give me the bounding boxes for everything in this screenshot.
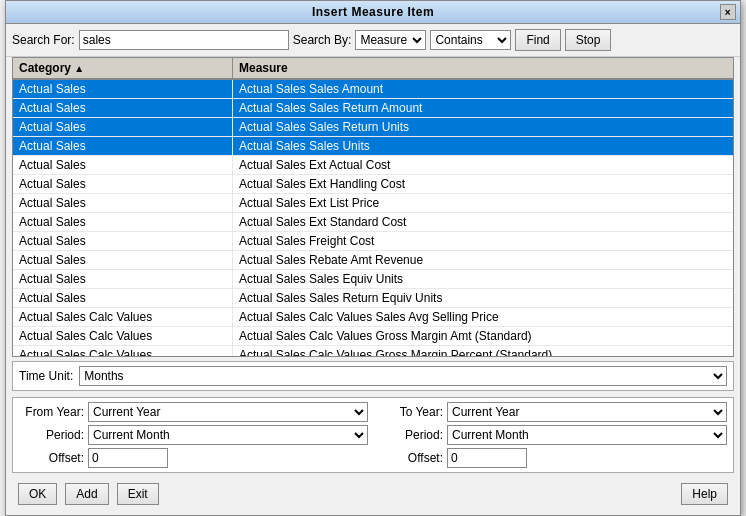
help-button[interactable]: Help: [681, 483, 728, 505]
measure-cell: Actual Sales Sales Return Units: [233, 118, 733, 136]
title-bar: Insert Measure Item ×: [6, 1, 740, 24]
search-by-select[interactable]: Measure Category: [355, 30, 426, 50]
to-offset-row: Offset:: [378, 448, 727, 468]
search-by-label: Search By:: [293, 33, 352, 47]
from-period-select[interactable]: Current Month: [88, 425, 368, 445]
category-cell: Actual Sales Calc Values: [13, 346, 233, 357]
measure-cell: Actual Sales Calc Values Gross Margin Am…: [233, 327, 733, 345]
close-button[interactable]: ×: [720, 4, 736, 20]
category-cell: Actual Sales: [13, 118, 233, 136]
to-year-label: To Year:: [378, 405, 443, 419]
measure-cell: Actual Sales Ext Standard Cost: [233, 213, 733, 231]
from-offset-label: Offset:: [19, 451, 84, 465]
measure-cell: Actual Sales Sales Equiv Units: [233, 270, 733, 288]
category-cell: Actual Sales Calc Values: [13, 308, 233, 326]
to-period-row: Period: Current Month: [378, 425, 727, 445]
measure-cell: Actual Sales Freight Cost: [233, 232, 733, 250]
search-for-label: Search For:: [12, 33, 75, 47]
category-cell: Actual Sales: [13, 270, 233, 288]
category-cell: Actual Sales: [13, 289, 233, 307]
category-cell: Actual Sales: [13, 213, 233, 231]
table-row[interactable]: Actual Sales Calc Values Actual Sales Ca…: [13, 327, 733, 346]
footer-buttons: OK Add Exit Help: [12, 479, 734, 511]
from-year-label: From Year:: [19, 405, 84, 419]
table-row[interactable]: Actual Sales Actual Sales Sales Return U…: [13, 118, 733, 137]
search-bar: Search For: Search By: Measure Category …: [6, 24, 740, 57]
table-row[interactable]: Actual Sales Actual Sales Freight Cost: [13, 232, 733, 251]
dialog-title: Insert Measure Item: [312, 5, 434, 19]
category-cell: Actual Sales: [13, 80, 233, 98]
bottom-area: Time Unit: Months Weeks Days Years From …: [6, 357, 740, 515]
table-row[interactable]: Actual Sales Actual Sales Ext List Price: [13, 194, 733, 213]
time-unit-select[interactable]: Months Weeks Days Years: [79, 366, 727, 386]
time-unit-row: Time Unit: Months Weeks Days Years: [12, 361, 734, 391]
to-column: To Year: Current Year Period: Current Mo…: [378, 402, 727, 468]
time-unit-label: Time Unit:: [19, 369, 73, 383]
measure-cell: Actual Sales Calc Values Sales Avg Selli…: [233, 308, 733, 326]
exit-button[interactable]: Exit: [117, 483, 159, 505]
table-row[interactable]: Actual Sales Actual Sales Sales Return A…: [13, 99, 733, 118]
table-row[interactable]: Actual Sales Actual Sales Sales Equiv Un…: [13, 270, 733, 289]
from-year-select[interactable]: Current Year: [88, 402, 368, 422]
table-header: Category ▲ Measure: [13, 58, 733, 80]
category-cell: Actual Sales: [13, 232, 233, 250]
measure-cell: Actual Sales Ext List Price: [233, 194, 733, 212]
measure-cell: Actual Sales Sales Return Amount: [233, 99, 733, 117]
from-column: From Year: Current Year Period: Current …: [19, 402, 368, 468]
category-cell: Actual Sales: [13, 251, 233, 269]
table-row[interactable]: Actual Sales Actual Sales Rebate Amt Rev…: [13, 251, 733, 270]
measure-cell: Actual Sales Ext Handling Cost: [233, 175, 733, 193]
table-row[interactable]: Actual Sales Actual Sales Sales Units: [13, 137, 733, 156]
footer-right-buttons: Help: [681, 483, 728, 505]
category-cell: Actual Sales: [13, 99, 233, 117]
period-grid: From Year: Current Year Period: Current …: [12, 397, 734, 473]
measure-cell: Actual Sales Sales Units: [233, 137, 733, 155]
category-cell: Actual Sales: [13, 175, 233, 193]
measure-cell: Actual Sales Sales Return Equiv Units: [233, 289, 733, 307]
to-period-select[interactable]: Current Month: [447, 425, 727, 445]
to-year-row: To Year: Current Year: [378, 402, 727, 422]
table-row[interactable]: Actual Sales Actual Sales Ext Handling C…: [13, 175, 733, 194]
table-row[interactable]: Actual Sales Actual Sales Sales Amount: [13, 80, 733, 99]
to-offset-label: Offset:: [378, 451, 443, 465]
sort-arrow-icon: ▲: [74, 63, 84, 74]
add-button[interactable]: Add: [65, 483, 108, 505]
from-period-row: Period: Current Month: [19, 425, 368, 445]
search-input[interactable]: [79, 30, 289, 50]
measure-header: Measure: [233, 58, 733, 78]
footer-left-buttons: OK Add Exit: [18, 483, 159, 505]
insert-measure-dialog: Insert Measure Item × Search For: Search…: [5, 0, 741, 516]
category-cell: Actual Sales: [13, 194, 233, 212]
from-offset-row: Offset:: [19, 448, 368, 468]
from-period-label: Period:: [19, 428, 84, 442]
measure-cell: Actual Sales Rebate Amt Revenue: [233, 251, 733, 269]
from-year-row: From Year: Current Year: [19, 402, 368, 422]
table-row[interactable]: Actual Sales Calc Values Actual Sales Ca…: [13, 346, 733, 357]
stop-button[interactable]: Stop: [565, 29, 612, 51]
category-cell: Actual Sales: [13, 156, 233, 174]
measure-cell: Actual Sales Ext Actual Cost: [233, 156, 733, 174]
table-row[interactable]: Actual Sales Actual Sales Ext Actual Cos…: [13, 156, 733, 175]
category-cell: Actual Sales Calc Values: [13, 327, 233, 345]
to-period-label: Period:: [378, 428, 443, 442]
table-row[interactable]: Actual Sales Calc Values Actual Sales Ca…: [13, 308, 733, 327]
category-cell: Actual Sales: [13, 137, 233, 155]
find-button[interactable]: Find: [515, 29, 560, 51]
measure-cell: Actual Sales Sales Amount: [233, 80, 733, 98]
table-body: Actual Sales Actual Sales Sales Amount A…: [13, 80, 733, 357]
contains-select[interactable]: Contains Starts With Ends With: [430, 30, 511, 50]
ok-button[interactable]: OK: [18, 483, 57, 505]
table-row[interactable]: Actual Sales Actual Sales Ext Standard C…: [13, 213, 733, 232]
table-row[interactable]: Actual Sales Actual Sales Sales Return E…: [13, 289, 733, 308]
to-year-select[interactable]: Current Year: [447, 402, 727, 422]
from-offset-input[interactable]: [88, 448, 168, 468]
to-offset-input[interactable]: [447, 448, 527, 468]
measure-cell: Actual Sales Calc Values Gross Margin Pe…: [233, 346, 733, 357]
measure-table[interactable]: Category ▲ Measure Actual Sales Actual S…: [12, 57, 734, 357]
category-header: Category ▲: [13, 58, 233, 78]
